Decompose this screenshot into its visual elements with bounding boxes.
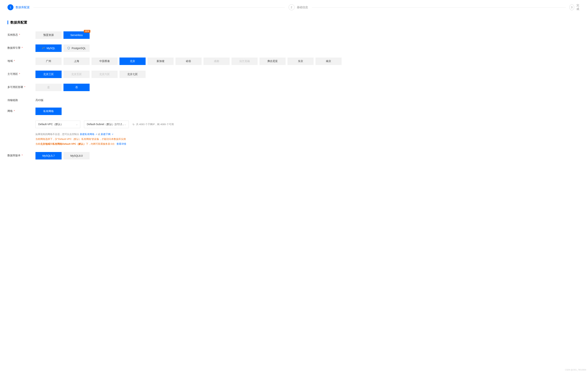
step-3-num: 3 [569, 4, 574, 10]
step-2: 2 基础信息 [289, 4, 570, 10]
view-details-link[interactable]: 查看详情 [116, 142, 126, 145]
region-hongkong-button[interactable]: 中国香港 [92, 57, 118, 65]
instance-type-serverless-button[interactable]: Serverless NEW [63, 31, 90, 39]
step-3-label: 完成 [577, 4, 581, 11]
region-chengdu-button: 成都 [203, 57, 230, 65]
step-2-label: 基础信息 [297, 6, 308, 9]
db-engine-postgresql-button[interactable]: PostgreSQL [63, 44, 90, 52]
multi-az-no-button[interactable]: 否 [63, 84, 90, 91]
step-2-num: 2 [289, 4, 294, 10]
label-db-version: 数据库版本 * [8, 152, 35, 159]
create-subnet-link[interactable]: 新建子网 ↗ [101, 133, 113, 136]
label-multi-az: 多可用区部署 * [8, 84, 35, 91]
subnet-select-value: Default-Subnet（默认）|172.2... [87, 123, 124, 126]
db-engine-mysql-button[interactable]: MySQL [35, 44, 62, 52]
region-frankfurt-button: 法兰克福 [231, 57, 258, 65]
network-private-button[interactable]: 私有网络 [35, 107, 62, 115]
postgresql-icon [67, 47, 70, 50]
step-divider [33, 7, 285, 8]
az-bj6-button: 北京六区 [92, 71, 118, 78]
step-3: 3 完成 [569, 4, 580, 11]
mysql-icon [42, 47, 45, 50]
vpc-select-value: Default-VPC（默认） [38, 123, 63, 126]
label-region: 地域 * [8, 57, 35, 65]
step-divider [312, 7, 566, 8]
refresh-icon[interactable]: ↻ [133, 123, 135, 126]
region-singapore-button[interactable]: 新加坡 [147, 57, 174, 65]
step-1-label: 数据库配置 [16, 6, 30, 9]
subnet-ip-info: ↻ 共 4093 个子网IP，剩 4089 个可用 [133, 123, 174, 126]
label-network: 网络 * [8, 107, 35, 146]
network-warning-2: 当前北京地域和私有网络Default-VPC（默认）下，内网可联通服务器:0台查… [35, 142, 580, 146]
region-guangzhou-button[interactable]: 广州 [35, 57, 62, 65]
step-1-num: 1 [8, 4, 13, 10]
transport-value: 高IO版 [35, 97, 580, 102]
db-version-mysql57-button[interactable]: MySQL5.7 [35, 152, 62, 159]
chevron-down-icon: ⌵ [76, 123, 77, 126]
region-nanjing-button[interactable]: 南京 [315, 57, 342, 65]
vpc-select[interactable]: Default-VPC（默认） ⌵ [35, 121, 80, 128]
region-tokyo-button[interactable]: 东京 [287, 57, 314, 65]
db-version-mysql80-button[interactable]: MySQL8.0 [63, 152, 90, 159]
label-transport: 传输链路 [8, 97, 35, 102]
region-shanghai-button[interactable]: 上海 [63, 57, 90, 65]
az-bj7-button[interactable]: 北京七区 [119, 71, 146, 78]
label-instance-type: 实例形态 * [8, 31, 35, 39]
external-link-icon: ↗ [95, 133, 97, 135]
label-db-engine: 数据库引擎 * [8, 44, 35, 52]
region-siliconvalley-button[interactable]: 硅谷 [176, 57, 202, 65]
section-title-text: 数据库配置 [10, 20, 27, 25]
step-1: 1 数据库配置 [8, 4, 289, 10]
label-az: 主可用区 * [8, 71, 35, 78]
az-bj5-button: 北京五区 [63, 71, 90, 78]
network-hint: 如果现有的网络不合适，您可以去控制台 新建私有网络 ↗ 或 新建子网 ↗ [35, 132, 580, 137]
chevron-down-icon: ⌵ [125, 123, 126, 126]
region-beijing-button[interactable]: 北京 [119, 57, 146, 65]
subnet-select[interactable]: Default-Subnet（默认）|172.2... ⌵ [84, 121, 129, 128]
step-indicator: 1 数据库配置 2 基础信息 3 完成 [8, 4, 580, 11]
region-virginia-button[interactable]: 弗吉尼亚 [260, 57, 286, 65]
network-warning-1: 当前网络选择下，仅"Default-VPC（默认）私有网络"的设备，才能访问本数… [35, 137, 580, 142]
multi-az-yes-button: 是 [35, 84, 62, 91]
section-title: 数据库配置 [8, 20, 580, 25]
create-vpc-link[interactable]: 新建私有网络 ↗ [80, 133, 97, 136]
external-link-icon: ↗ [112, 133, 113, 135]
az-bj3-button[interactable]: 北京三区 [35, 71, 62, 78]
instance-type-preset-button[interactable]: 预置资源 [35, 31, 62, 39]
title-bar [8, 21, 8, 24]
new-badge: NEW [84, 30, 90, 33]
